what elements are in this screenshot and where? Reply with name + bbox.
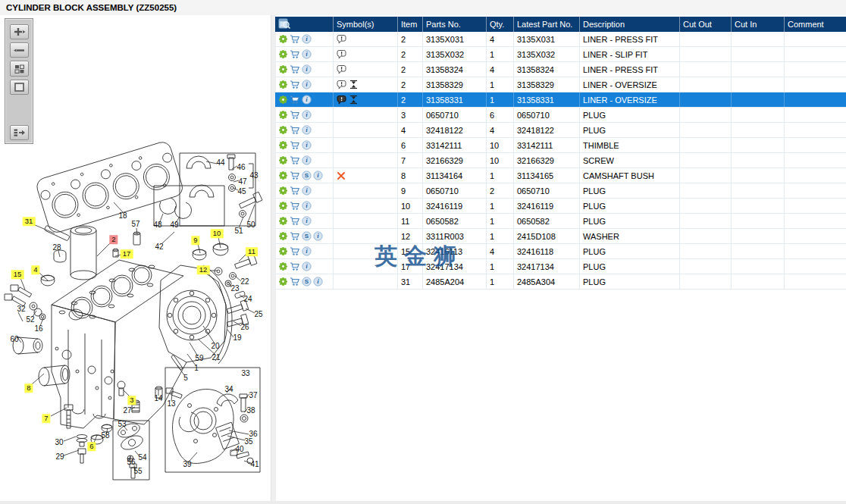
diagram-callout-1[interactable]: 1 bbox=[194, 365, 199, 372]
cart-icon[interactable] bbox=[290, 201, 300, 211]
s-icon[interactable]: S bbox=[302, 231, 312, 241]
info-icon[interactable]: i bbox=[302, 64, 312, 74]
cart-icon[interactable] bbox=[290, 216, 300, 226]
gear-icon[interactable] bbox=[278, 246, 288, 256]
info-icon[interactable]: i bbox=[302, 186, 312, 196]
diagram-callout-55[interactable]: 55 bbox=[133, 468, 142, 475]
column-header-latest-part-no[interactable]: Latest Part No. bbox=[514, 17, 580, 32]
diagram-callout-60[interactable]: 60 bbox=[10, 336, 18, 343]
gear-icon[interactable] bbox=[278, 80, 288, 89]
cart-icon[interactable] bbox=[290, 277, 300, 286]
diagram-callout-50[interactable]: 50 bbox=[246, 221, 255, 229]
gear-icon[interactable] bbox=[278, 201, 288, 211]
diagram-callout-9[interactable]: 9 bbox=[191, 236, 199, 245]
column-header-qty[interactable]: Qty. bbox=[487, 17, 514, 32]
column-header-cut-in[interactable]: Cut In bbox=[732, 17, 785, 32]
column-header-comment[interactable]: Comment bbox=[785, 17, 846, 32]
info-icon[interactable]: i bbox=[302, 80, 312, 89]
table-row[interactable]: i3065071060650710PLUG bbox=[275, 108, 846, 123]
gear-icon[interactable] bbox=[278, 171, 288, 180]
diagram-callout-47[interactable]: 47 bbox=[238, 178, 246, 186]
table-row[interactable]: i231358324431358324LINER - PRESS FIT bbox=[275, 62, 846, 77]
diagram-callout-20[interactable]: 20 bbox=[211, 343, 219, 350]
diagram-callout-39[interactable]: 39 bbox=[183, 461, 191, 468]
diagram-callout-38[interactable]: 38 bbox=[246, 407, 255, 415]
gear-icon[interactable] bbox=[278, 231, 288, 241]
cart-icon[interactable] bbox=[290, 110, 300, 120]
diagram-callout-36[interactable]: 36 bbox=[249, 430, 257, 438]
diagram-callout-22[interactable]: 22 bbox=[240, 278, 249, 286]
info-icon[interactable]: i bbox=[302, 95, 312, 105]
diagram-callout-19[interactable]: 19 bbox=[233, 334, 241, 342]
cart-icon[interactable] bbox=[290, 64, 300, 74]
gear-icon[interactable] bbox=[278, 140, 288, 150]
table-row[interactable]: i231358329131358329LINER - OVERSIZE bbox=[275, 77, 846, 92]
diagram-callout-59[interactable]: 59 bbox=[195, 355, 203, 362]
cart-icon[interactable] bbox=[290, 171, 300, 180]
diagram-callout-28[interactable]: 28 bbox=[52, 244, 61, 252]
gear-icon[interactable] bbox=[278, 277, 288, 286]
info-icon[interactable]: i bbox=[302, 216, 312, 226]
diagram-callout-13[interactable]: 13 bbox=[167, 400, 175, 408]
column-header-item[interactable]: Item bbox=[398, 17, 423, 32]
cart-icon[interactable] bbox=[290, 80, 300, 89]
table-row[interactable]: i9065071020650710PLUG bbox=[275, 183, 846, 199]
info-icon[interactable]: i bbox=[302, 49, 312, 59]
tile-view-button[interactable] bbox=[10, 61, 29, 76]
diagram-callout-4[interactable]: 4 bbox=[31, 265, 39, 274]
info-icon[interactable]: i bbox=[302, 155, 312, 165]
cart-icon[interactable] bbox=[290, 246, 300, 256]
diagram-callout-17[interactable]: 17 bbox=[121, 249, 133, 258]
diagram-callout-44[interactable]: 44 bbox=[216, 159, 224, 167]
table-row[interactable]: i432418122432418122PLUG bbox=[275, 123, 846, 138]
table-row[interactable]: i7321663291032166329SCREW bbox=[275, 153, 846, 168]
gear-icon[interactable] bbox=[278, 64, 288, 74]
diagram-callout-42[interactable]: 42 bbox=[155, 243, 163, 251]
diagram-callout-8[interactable]: 8 bbox=[24, 383, 33, 393]
diagram-callout-48[interactable]: 48 bbox=[153, 221, 161, 229]
info-icon[interactable]: i bbox=[313, 231, 323, 241]
cart-icon[interactable] bbox=[290, 155, 300, 165]
diagram-callout-52[interactable]: 52 bbox=[26, 316, 34, 324]
diagram-callout-33[interactable]: 33 bbox=[241, 370, 249, 377]
cart-icon[interactable] bbox=[290, 231, 300, 241]
diagram-callout-40[interactable]: 40 bbox=[235, 446, 243, 453]
table-row[interactable]: i11065058210650582PLUG bbox=[275, 214, 846, 229]
info-icon[interactable]: i bbox=[302, 261, 312, 271]
diagram-callout-53[interactable]: 53 bbox=[118, 421, 126, 428]
table-row[interactable]: i1732417134132417134PLUG bbox=[275, 259, 846, 274]
diagram-callout-58[interactable]: 58 bbox=[101, 432, 109, 440]
table-row[interactable]: Si831134164131134165CAMSHAFT BUSH bbox=[275, 168, 846, 183]
diagram-callout-32[interactable]: 32 bbox=[17, 305, 25, 313]
table-row[interactable]: i23135X03213135X032LINER - SLIP FIT bbox=[275, 47, 846, 62]
diagram-callout-2[interactable]: 2 bbox=[109, 235, 118, 244]
column-header-parts-no[interactable]: Parts No. bbox=[423, 17, 487, 32]
diagram-callout-11[interactable]: 11 bbox=[246, 247, 258, 256]
diagram-callout-34[interactable]: 34 bbox=[224, 386, 233, 393]
column-header-description[interactable]: Description bbox=[580, 17, 680, 32]
gear-icon[interactable] bbox=[278, 186, 288, 196]
diagram-callout-56[interactable]: 56 bbox=[127, 459, 135, 466]
diagram-callout-51[interactable]: 51 bbox=[234, 227, 243, 235]
table-row[interactable]: i6331421111033142111THIMBLE bbox=[275, 138, 846, 153]
column-header-symbols[interactable]: Symbol(s) bbox=[334, 17, 398, 32]
cart-icon[interactable] bbox=[290, 186, 300, 196]
diagram-callout-23[interactable]: 23 bbox=[230, 285, 239, 293]
diagram-callout-29[interactable]: 29 bbox=[55, 453, 64, 461]
diagram-callout-21[interactable]: 21 bbox=[212, 354, 220, 362]
diagram-callout-15[interactable]: 15 bbox=[11, 270, 24, 279]
parts-catalog-icon[interactable] bbox=[278, 18, 291, 31]
diagram-callout-37[interactable]: 37 bbox=[249, 392, 257, 399]
export-panel-button[interactable] bbox=[10, 125, 29, 140]
info-icon[interactable]: i bbox=[302, 110, 312, 120]
diagram-callout-45[interactable]: 45 bbox=[237, 188, 246, 196]
s-icon[interactable]: S bbox=[302, 171, 312, 180]
info-icon[interactable]: i bbox=[302, 34, 312, 44]
table-row[interactable]: i1532416113432416118PLUG bbox=[275, 244, 846, 259]
info-icon[interactable]: i bbox=[302, 140, 312, 150]
gear-icon[interactable] bbox=[278, 49, 288, 59]
table-row[interactable]: Si123311R00312415D108WASHER bbox=[275, 229, 846, 244]
table-row[interactable]: i231358331131358331LINER - OVERSIZE bbox=[275, 92, 846, 108]
cart-icon[interactable] bbox=[290, 261, 300, 271]
info-icon[interactable]: i bbox=[302, 201, 312, 211]
